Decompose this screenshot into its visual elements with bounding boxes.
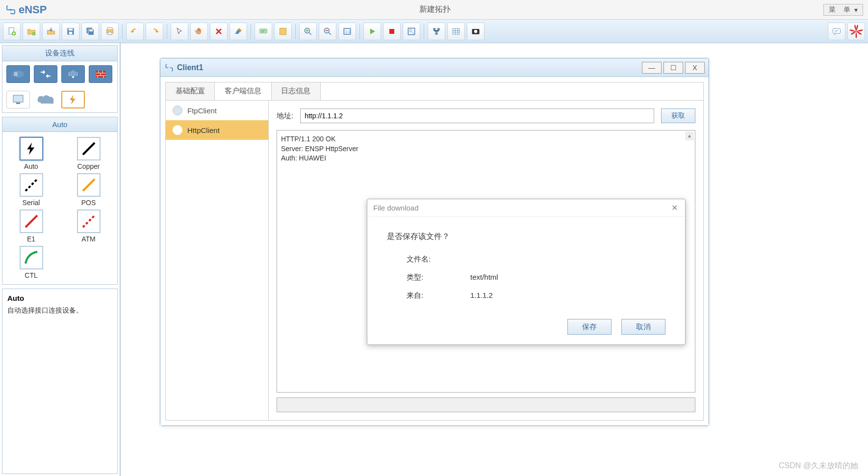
svg-rect-18: [389, 29, 394, 34]
close-button[interactable]: X: [685, 62, 705, 74]
client-window-icon: [164, 63, 174, 73]
fetch-button[interactable]: 获取: [661, 108, 695, 123]
firewall-icon[interactable]: [89, 65, 112, 83]
pc-icon[interactable]: [6, 91, 30, 108]
titlebar: eNSP 新建拓扑 菜 单: [0, 0, 868, 20]
text-note-tool[interactable]: [255, 23, 272, 40]
svg-rect-8: [89, 29, 93, 31]
cable-icon: [77, 210, 101, 233]
screenshot-button[interactable]: [467, 23, 485, 40]
sidebar-devices-header: 设备连线: [2, 46, 117, 61]
cable-icon: [20, 137, 43, 160]
cable-label: ATM: [81, 235, 96, 243]
type-label: 类型:: [407, 273, 470, 282]
svg-rect-23: [435, 32, 438, 34]
broom-tool[interactable]: [230, 23, 247, 40]
svg-point-26: [474, 29, 478, 33]
new-button[interactable]: [3, 23, 21, 40]
svg-rect-12: [260, 29, 267, 33]
delete-tool[interactable]: [210, 23, 228, 40]
palette-tool[interactable]: [274, 23, 292, 40]
address-input[interactable]: [300, 108, 654, 123]
dialog-title: File download: [373, 204, 669, 212]
start-button[interactable]: [363, 23, 381, 40]
tab-client-info[interactable]: 客户端信息: [214, 82, 272, 100]
capture-button[interactable]: [403, 23, 420, 40]
main-menu-button[interactable]: 菜 单: [823, 4, 863, 16]
svg-point-30: [72, 76, 74, 78]
print-button[interactable]: [101, 23, 119, 40]
canvas-area[interactable]: Client1 — ☐ X 基础配置 客户端信息 日志信息 FtpClient …: [121, 43, 868, 476]
undo-button[interactable]: [126, 23, 144, 40]
huawei-logo-icon: [847, 23, 865, 40]
svg-line-37: [26, 215, 37, 227]
export-button[interactable]: [42, 23, 60, 40]
sidebar: 设备连线 R Auto AutoCopperSerialPOSE1ATMCTL …: [0, 43, 121, 476]
address-label: 地址:: [277, 111, 293, 121]
svg-line-35: [26, 179, 37, 191]
wlan-icon[interactable]: [61, 65, 85, 83]
cable-pos[interactable]: POS: [65, 173, 112, 207]
minimize-button[interactable]: —: [642, 62, 662, 74]
cable-ctl[interactable]: CTL: [7, 246, 55, 279]
type-value: text/html: [470, 273, 498, 282]
cable-icon: [20, 173, 43, 197]
app-name: eNSP: [19, 3, 47, 16]
status-bar: [277, 397, 695, 412]
cable-e1[interactable]: E1: [7, 210, 55, 243]
switch-icon[interactable]: [34, 65, 57, 83]
stop-button[interactable]: [383, 23, 401, 40]
client-item-http[interactable]: HttpClient: [166, 120, 268, 140]
svg-rect-5: [69, 31, 73, 34]
zoom-in-button[interactable]: [299, 23, 317, 40]
file-download-dialog: File download ✕ 是否保存该文件？ 文件名:: [367, 199, 686, 345]
dialog-close-icon[interactable]: ✕: [669, 203, 679, 213]
cable-auto[interactable]: Auto: [7, 137, 55, 170]
cancel-button[interactable]: 取消: [621, 319, 665, 335]
save-as-button[interactable]: [81, 23, 99, 40]
zoom-out-button[interactable]: [319, 23, 336, 40]
table-button[interactable]: [447, 23, 465, 40]
svg-rect-32: [13, 95, 23, 102]
fit-button[interactable]: 1:1: [338, 23, 356, 40]
pointer-tool[interactable]: [171, 23, 188, 40]
client-window-titlebar[interactable]: Client1 — ☐ X: [160, 58, 709, 77]
svg-line-34: [83, 143, 95, 155]
cable-label: CTL: [25, 271, 37, 279]
svg-point-20: [409, 29, 412, 31]
cable-label: POS: [81, 199, 96, 207]
client-window: Client1 — ☐ X 基础配置 客户端信息 日志信息 FtpClient …: [160, 58, 709, 426]
svg-rect-27: [833, 28, 841, 33]
pan-tool[interactable]: [190, 23, 208, 40]
cable-copper[interactable]: Copper: [65, 137, 112, 170]
svg-line-36: [83, 179, 95, 191]
open-button[interactable]: [23, 23, 40, 40]
connection-icon[interactable]: [61, 91, 85, 108]
response-text: HTTP/1.1 200 OK Server: ENSP HttpServer …: [281, 134, 691, 163]
tab-basic-config[interactable]: 基础配置: [165, 82, 215, 100]
client-tabs: 基础配置 客户端信息 日志信息: [166, 82, 703, 101]
save-file-button[interactable]: 保存: [567, 319, 612, 335]
client-item-ftp[interactable]: FtpClient: [166, 101, 268, 120]
svg-rect-13: [280, 28, 286, 34]
cable-serial[interactable]: Serial: [7, 173, 55, 207]
filename-label: 文件名:: [407, 255, 470, 264]
cable-label: E1: [27, 235, 35, 243]
save-button[interactable]: [62, 23, 79, 40]
cable-label: Auto: [24, 162, 38, 170]
client-list: FtpClient HttpClient: [166, 101, 269, 420]
cable-atm[interactable]: ATM: [65, 210, 112, 243]
svg-rect-22: [437, 28, 440, 30]
topology-button[interactable]: [428, 23, 445, 40]
redo-button[interactable]: [146, 23, 163, 40]
document-title: 新建拓扑: [47, 4, 823, 15]
help-button[interactable]: [828, 23, 845, 40]
svg-text:1:1: 1:1: [345, 29, 350, 34]
cable-icon: [77, 137, 101, 160]
router-icon[interactable]: R: [6, 65, 30, 83]
tab-log-info[interactable]: 日志信息: [271, 82, 321, 100]
scroll-up-icon[interactable]: ▲: [685, 132, 694, 140]
maximize-button[interactable]: ☐: [664, 62, 683, 74]
svg-text:R: R: [14, 72, 18, 77]
cloud-icon[interactable]: [34, 91, 57, 108]
